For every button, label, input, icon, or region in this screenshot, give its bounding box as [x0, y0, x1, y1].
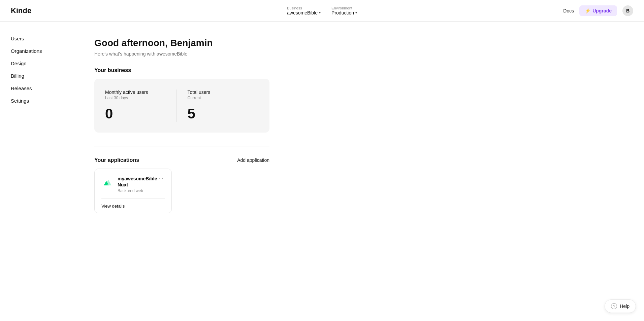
sidebar-label-releases: Releases: [11, 85, 32, 91]
stat-mau-label: Monthly active users: [105, 90, 176, 95]
layout: Users Organizations Design Billing Relea…: [0, 22, 644, 321]
business-label: Business: [287, 6, 321, 10]
header-center: Business awesomeBible ▾ Environment Prod…: [287, 6, 357, 15]
stat-mau-sublabel: Last 30 days: [105, 96, 176, 100]
business-value-row: awesomeBible ▾: [287, 10, 321, 15]
environment-value-row: Production ▾: [331, 10, 357, 15]
app-card-footer: View details: [101, 199, 165, 213]
help-label: Help: [620, 304, 630, 309]
sidebar-item-releases[interactable]: Releases: [0, 82, 74, 95]
sidebar-label-settings: Settings: [11, 98, 29, 104]
add-application-link[interactable]: Add application: [237, 157, 269, 163]
app-name: myawesomeBible Nuxt: [118, 176, 158, 188]
app-info: myawesomeBible Nuxt Back-end web: [118, 176, 158, 193]
view-details-link[interactable]: View details: [101, 204, 125, 209]
stat-total-label: Total users: [188, 90, 259, 95]
stat-total-users: Total users Current 5: [176, 90, 259, 122]
docs-link[interactable]: Docs: [563, 8, 574, 13]
environment-label: Environment: [331, 6, 357, 10]
apps-header: Your applications Add application: [94, 157, 269, 163]
section-divider: [94, 146, 269, 146]
environment-dropdown[interactable]: Environment Production ▾: [331, 6, 357, 15]
stat-mau-value: 0: [105, 106, 176, 122]
avatar[interactable]: B: [622, 5, 633, 16]
sidebar-label-organizations: Organizations: [11, 48, 42, 54]
app-icon-name: myawesomeBible Nuxt Back-end web: [101, 176, 158, 193]
sidebar-item-billing[interactable]: Billing: [0, 70, 74, 82]
sidebar-item-settings[interactable]: Settings: [0, 95, 74, 107]
page-title: Good afternoon, Benjamin: [94, 38, 624, 48]
header-right: Docs ⚡ Upgrade B: [563, 5, 633, 16]
stat-total-value: 5: [188, 106, 259, 122]
sidebar-label-design: Design: [11, 61, 27, 66]
app-type: Back-end web: [118, 188, 158, 193]
sidebar-item-design[interactable]: Design: [0, 57, 74, 70]
nuxt-icon: [101, 176, 114, 188]
stats-card: Monthly active users Last 30 days 0 Tota…: [94, 79, 269, 133]
app-card-myawesomebible[interactable]: myawesomeBible Nuxt Back-end web ··· Vie…: [94, 169, 172, 213]
app-menu-button[interactable]: ···: [158, 176, 165, 182]
help-question-icon: ?: [611, 303, 617, 309]
sidebar-label-billing: Billing: [11, 73, 24, 79]
sidebar-item-organizations[interactable]: Organizations: [0, 45, 74, 57]
lightning-icon: ⚡: [585, 8, 590, 13]
sidebar-item-users[interactable]: Users: [0, 32, 74, 45]
business-section-title: Your business: [94, 67, 624, 73]
logo[interactable]: Kinde: [11, 6, 31, 15]
page-subtitle: Here's what's happening with awesomeBibl…: [94, 51, 624, 57]
environment-chevron-icon: ▾: [355, 11, 357, 14]
sidebar: Users Organizations Design Billing Relea…: [0, 22, 74, 321]
main-content: Good afternoon, Benjamin Here's what's h…: [74, 22, 644, 321]
applications-section-title: Your applications: [94, 157, 139, 163]
environment-value: Production: [331, 10, 354, 15]
upgrade-button[interactable]: ⚡ Upgrade: [579, 5, 617, 16]
app-card-header: myawesomeBible Nuxt Back-end web ···: [101, 176, 165, 193]
header: Kinde Business awesomeBible ▾ Environmen…: [0, 0, 644, 22]
business-chevron-icon: ▾: [319, 11, 321, 14]
sidebar-label-users: Users: [11, 36, 24, 41]
business-dropdown[interactable]: Business awesomeBible ▾: [287, 6, 321, 15]
upgrade-label: Upgrade: [592, 8, 612, 13]
stat-total-sublabel: Current: [188, 96, 259, 100]
business-value: awesomeBible: [287, 10, 318, 15]
help-button[interactable]: ? Help: [605, 299, 636, 313]
stat-monthly-active: Monthly active users Last 30 days 0: [105, 90, 176, 122]
apps-grid: myawesomeBible Nuxt Back-end web ··· Vie…: [94, 169, 624, 213]
